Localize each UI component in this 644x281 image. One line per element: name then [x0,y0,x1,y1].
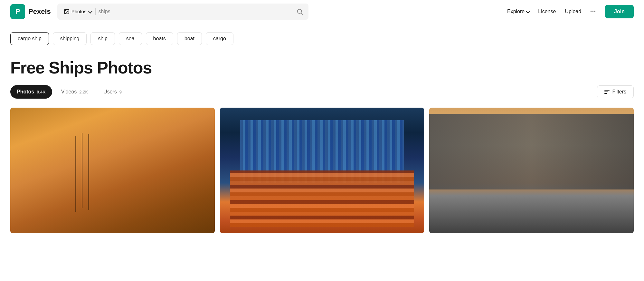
page-title: Free Ships Photos [10,58,634,77]
tab-photos-count: 9.4K [37,90,45,94]
tab-videos-count: 2.2K [79,90,88,94]
search-type-button[interactable]: Photos [62,7,93,16]
photo-image-3 [429,108,634,233]
upload-link[interactable]: Upload [565,9,581,15]
logo-icon: P [10,4,25,19]
logo-link[interactable]: P Pexels [10,4,51,19]
more-button[interactable]: ··· [590,8,596,15]
tab-photos-label: Photos [17,89,34,95]
search-divider [95,8,96,15]
tag-cargo[interactable]: cargo [206,32,233,45]
tag-cargo-ship[interactable]: cargo ship [10,32,49,45]
tab-users[interactable]: Users 9 [97,85,128,99]
nav-right: Explore License Upload ··· Join [507,5,634,18]
tabs-section: Photos 9.4K Videos 2.2K Users 9 Filters [0,85,644,99]
search-button[interactable] [296,8,303,15]
tag-shipping[interactable]: shipping [53,32,87,45]
search-type-label: Photos [71,9,87,14]
photo-grid [0,108,644,233]
tag-boat[interactable]: boat [177,32,202,45]
search-input[interactable] [98,9,293,15]
logo-text: Pexels [28,7,51,16]
join-button[interactable]: Join [605,5,634,18]
tabs-left: Photos 9.4K Videos 2.2K Users 9 [10,85,128,99]
photo-card-2[interactable] [220,108,424,233]
explore-chevron-icon [526,9,530,13]
explore-link[interactable]: Explore [507,9,529,15]
filters-button[interactable]: Filters [597,85,634,98]
search-icon [296,8,303,15]
svg-line-3 [301,13,303,15]
filters-label: Filters [612,89,626,95]
tag-sea[interactable]: sea [119,32,142,45]
tag-ship[interactable]: ship [90,32,115,45]
photo-card-3[interactable] [429,108,634,233]
tab-videos[interactable]: Videos 2.2K [55,85,94,99]
svg-point-2 [297,9,301,13]
license-link[interactable]: License [538,9,556,15]
page-title-section: Free Ships Photos [0,45,644,85]
filter-icon [604,90,610,94]
tag-boats[interactable]: boats [146,32,173,45]
search-bar: Photos [57,4,308,20]
tab-photos[interactable]: Photos 9.4K [10,85,52,99]
tab-videos-label: Videos [61,89,77,95]
tab-users-count: 9 [119,90,122,94]
tab-users-label: Users [103,89,117,95]
tags-section: cargo shipshippingshipseaboatsboatcargo [0,23,644,45]
photos-type-icon [64,9,70,15]
search-type-chevron-icon [88,9,93,13]
photo-image-2 [220,108,424,233]
svg-point-1 [65,10,66,11]
photo-image-1 [10,108,215,233]
header: P Pexels Photos Explore Lic [0,0,644,23]
photo-card-1[interactable] [10,108,215,233]
